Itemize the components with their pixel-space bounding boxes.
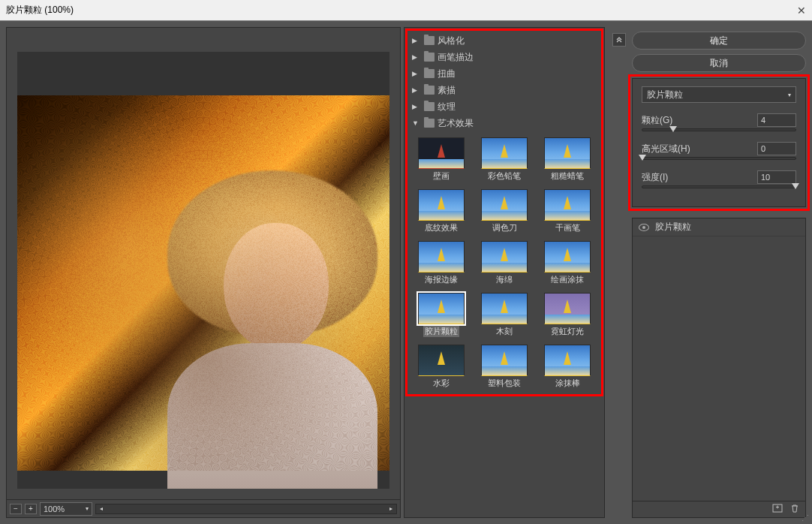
category-row[interactable]: ▶ 素描 <box>409 82 600 98</box>
filter-thumb-image <box>418 293 465 324</box>
folder-icon <box>424 86 435 95</box>
window-title: 胶片颗粒 (100%) <box>6 4 74 17</box>
collapse-arrow-icon: ▶ <box>412 53 421 61</box>
filter-thumb-image <box>544 137 591 169</box>
collapse-arrow-icon: ▶ <box>412 70 421 77</box>
filter-thumb[interactable]: 壁画 <box>415 137 468 182</box>
filter-thumb[interactable]: 木刻 <box>478 293 531 337</box>
filter-thumb-image <box>544 293 591 324</box>
effect-layer-row[interactable]: 胶片颗粒 <box>633 218 805 236</box>
filter-thumb[interactable]: 水彩 <box>415 345 468 389</box>
slider-thumb[interactable] <box>792 183 799 191</box>
filter-thumb-label: 木刻 <box>496 326 513 337</box>
collapse-arrow-icon: ▶ <box>412 103 421 110</box>
selected-filter-name: 胶片颗粒 <box>647 89 683 101</box>
category-label: 扭曲 <box>438 68 456 80</box>
param-input[interactable] <box>757 142 796 155</box>
horizontal-scrollbar[interactable]: ◂ ▸ <box>95 504 397 514</box>
filter-thumb-image <box>544 345 591 376</box>
scroll-left-icon[interactable]: ◂ <box>96 504 107 513</box>
collapse-arrow-icon: ▶ <box>412 86 421 94</box>
category-row[interactable]: ▶ 扭曲 <box>409 65 600 82</box>
param-row: 强度(I) <box>642 170 796 184</box>
param-row: 颗粒(G) <box>642 113 796 127</box>
filter-thumb-image <box>481 137 528 169</box>
collapse-gallery-button[interactable] <box>612 33 626 47</box>
folder-icon <box>424 69 435 78</box>
filter-thumb[interactable]: 彩色铅笔 <box>478 137 531 182</box>
filter-thumb-image <box>481 293 528 324</box>
filter-thumb[interactable]: 底纹效果 <box>415 189 468 233</box>
zoom-dropdown[interactable]: 100% ▾ <box>40 502 92 516</box>
param-slider[interactable] <box>642 157 796 160</box>
folder-icon <box>424 119 435 128</box>
filter-thumb[interactable]: 调色刀 <box>478 189 531 233</box>
cancel-button[interactable]: 取消 <box>632 54 806 72</box>
close-icon[interactable]: ✕ <box>797 5 806 17</box>
category-row[interactable]: ▼ 艺术效果 <box>409 115 600 131</box>
param-slider[interactable] <box>642 185 796 188</box>
filter-thumb-label: 涂抹棒 <box>555 378 580 389</box>
filter-thumb[interactable]: 海报边缘 <box>415 241 468 285</box>
filter-thumbnail-grid: 壁画彩色铅笔粗糙蜡笔底纹效果调色刀干画笔海报边缘海绵绘画涂抹胶片颗粒木刻霓虹灯光… <box>404 131 604 395</box>
zoom-out-button[interactable]: − <box>10 504 22 514</box>
category-row[interactable]: ▶ 画笔描边 <box>409 49 600 65</box>
filter-thumb-label: 调色刀 <box>492 222 517 233</box>
category-label: 画笔描边 <box>438 51 474 64</box>
filter-thumb[interactable]: 胶片颗粒 <box>415 293 468 337</box>
chevron-down-icon: ▾ <box>86 505 89 512</box>
scroll-right-icon[interactable]: ▸ <box>386 504 396 513</box>
filter-thumb[interactable]: 海绵 <box>478 241 531 285</box>
param-input[interactable] <box>757 113 796 127</box>
folder-icon <box>424 36 435 45</box>
filter-thumb-label: 海绵 <box>496 274 513 285</box>
param-input[interactable] <box>757 170 796 184</box>
dialog-buttons: 确定 取消 <box>611 27 806 72</box>
delete-effect-icon[interactable] <box>790 504 799 515</box>
preview-canvas[interactable] <box>17 52 389 489</box>
layer-panel-footer <box>633 501 805 517</box>
slider-thumb[interactable] <box>669 126 677 134</box>
chevron-down-icon: ▾ <box>788 92 791 98</box>
param-label: 颗粒(G) <box>642 114 757 127</box>
filter-thumb-image <box>544 189 591 221</box>
new-effect-icon[interactable] <box>772 504 783 515</box>
ok-button[interactable]: 确定 <box>632 32 806 50</box>
filter-thumb-label: 绘画涂抹 <box>551 274 584 285</box>
folder-icon <box>424 102 435 111</box>
filter-thumb[interactable]: 塑料包装 <box>478 345 531 389</box>
svg-rect-2 <box>777 506 778 509</box>
filter-thumb-image <box>418 189 465 221</box>
filter-thumb-image <box>481 189 528 221</box>
filter-thumb-label: 海报边缘 <box>425 274 458 285</box>
category-row[interactable]: ▶ 纹理 <box>409 98 600 115</box>
filter-select-dropdown[interactable]: 胶片颗粒 ▾ <box>642 86 796 103</box>
filter-thumb[interactable]: 涂抹棒 <box>541 345 594 389</box>
preview-image <box>17 95 389 471</box>
filter-gallery-pane: ▶ 风格化 ▶ 画笔描边 ▶ 扭曲 ▶ 素描 ▶ 纹理 ▼ 艺术效果 壁画彩色铅… <box>404 27 605 518</box>
filter-thumb-image <box>418 137 465 169</box>
filter-thumb[interactable]: 干画笔 <box>541 189 594 233</box>
filter-thumb-image <box>418 345 465 376</box>
zoom-in-button[interactable]: + <box>25 504 37 514</box>
param-slider[interactable] <box>642 128 796 131</box>
filter-thumb-label: 胶片颗粒 <box>423 326 459 337</box>
param-label: 强度(I) <box>642 171 757 184</box>
filter-thumb-image <box>481 345 528 376</box>
filter-thumb[interactable]: 霓虹灯光 <box>541 293 594 337</box>
visibility-icon[interactable] <box>639 224 649 231</box>
filter-thumb-label: 塑料包装 <box>488 378 521 389</box>
filter-thumb-image <box>544 241 591 273</box>
filter-thumb[interactable]: 绘画涂抹 <box>541 241 594 285</box>
filter-thumb-label: 粗糙蜡笔 <box>551 170 584 182</box>
slider-thumb[interactable] <box>639 155 646 162</box>
category-row[interactable]: ▶ 风格化 <box>409 32 600 49</box>
filter-thumb[interactable]: 粗糙蜡笔 <box>541 137 594 182</box>
filter-thumb-image <box>481 241 528 273</box>
preview-toolbar: − + 100% ▾ ◂ ▸ <box>7 499 400 517</box>
category-list: ▶ 风格化 ▶ 画笔描边 ▶ 扭曲 ▶ 素描 ▶ 纹理 ▼ 艺术效果 <box>404 28 604 131</box>
filter-thumb-label: 霓虹灯光 <box>551 326 584 337</box>
param-label: 高光区域(H) <box>642 143 757 155</box>
effect-layers-panel: 胶片颗粒 <box>632 218 806 518</box>
param-row: 高光区域(H) <box>642 142 796 155</box>
